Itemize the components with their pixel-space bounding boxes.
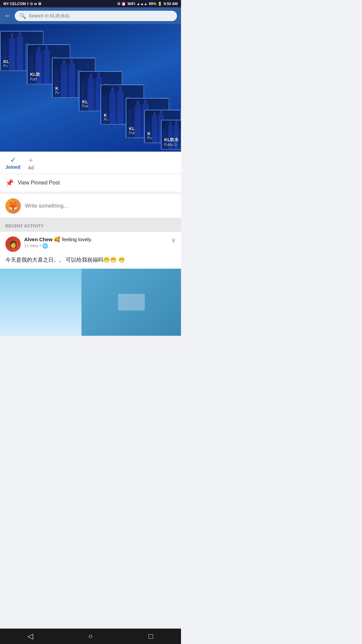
- post-author-avatar: 👩: [5, 236, 21, 252]
- card-7-title: KL吹水: [164, 137, 181, 143]
- post-image-placeholder: [118, 294, 145, 311]
- check-icon: ✓: [10, 156, 16, 164]
- card-2-title: K: [55, 86, 92, 91]
- battery-text: 89%: [149, 2, 156, 6]
- time-text: 9:50 AM: [164, 2, 178, 6]
- header-bar: ← 🔍: [0, 7, 181, 24]
- search-icon: 🔍: [19, 13, 26, 19]
- post-content: 今天是我的大喜之日。。 可以给我祝福吗😁😁 😁: [0, 255, 181, 269]
- add-icon: ＋: [27, 155, 35, 165]
- card-0-subtitle: Pu: [3, 64, 40, 68]
- joined-label: Joined: [5, 164, 20, 170]
- globe-icon: 🌐: [42, 243, 48, 249]
- search-input[interactable]: [29, 13, 172, 18]
- alarm-icon: ⏰: [121, 2, 126, 6]
- carrier-text: MY CELCOM: [3, 2, 26, 6]
- nfc-icon: N: [117, 2, 120, 6]
- card-6-title: K: [147, 131, 178, 136]
- current-user-avatar: 🦊: [5, 198, 21, 214]
- fb-icon: f: [27, 2, 28, 6]
- back-button[interactable]: ←: [4, 11, 11, 20]
- post-text: 今天是我的大喜之日。。 可以给我祝福吗😁😁 😁: [5, 257, 125, 263]
- card-2-subtitle: Pu: [55, 91, 92, 95]
- card-7-subtitle: Public G: [164, 143, 181, 147]
- cascade-container: KL Pu KL吹 Publ K Pu KL Pub K Pu KL Pub K…: [0, 24, 181, 152]
- chrome-icon: ⊙: [30, 2, 33, 6]
- card-4-subtitle: Pu: [104, 118, 141, 121]
- cover-area: KL Pu KL吹 Publ K Pu KL Pub K Pu KL Pub K…: [0, 24, 181, 152]
- pin-icon: 📌: [5, 179, 14, 187]
- status-left: MY CELCOM f ⊙ w ✿: [3, 2, 41, 6]
- card-1-title: KL吹: [30, 71, 67, 77]
- post-author-line: Alven Chew 🥰 feeling lovely.: [24, 236, 168, 243]
- card-0-title: KL: [3, 59, 40, 64]
- post-time-text: 11 mins: [24, 244, 38, 248]
- action-row: ✓ Joined ＋ Ad: [0, 152, 181, 174]
- search-box[interactable]: 🔍: [15, 11, 177, 21]
- card-3-subtitle: Pub: [82, 104, 119, 108]
- card-3-title: KL: [82, 99, 119, 104]
- joined-button[interactable]: ✓ Joined: [5, 156, 20, 170]
- post-meta: Alven Chew 🥰 feeling lovely. 11 mins • 🌐: [24, 236, 168, 249]
- whatsapp-icon: w: [34, 2, 37, 6]
- post-time-separator: •: [40, 244, 41, 248]
- status-bar: MY CELCOM f ⊙ w ✿ N ⏰ WiFi ▲▲▲ 89% 🔋 9:5…: [0, 0, 181, 7]
- misc-icon: ✿: [38, 2, 41, 6]
- card-5-title: KL: [129, 126, 166, 131]
- view-pinned-post-row[interactable]: 📌 View Pinned Post: [0, 174, 181, 194]
- card-1-subtitle: Publ: [30, 77, 67, 81]
- post-feeling-text: feeling lovely.: [62, 236, 92, 242]
- post-image-left: [0, 269, 81, 336]
- recent-activity-label: RECENT ACTIVITY: [5, 224, 44, 228]
- post-author-name: Alven Chew: [24, 236, 53, 242]
- post-card: 👩 Alven Chew 🥰 feeling lovely. 11 mins •…: [0, 232, 181, 336]
- signal-icon: ▲▲▲: [137, 2, 148, 6]
- post-image-right: [81, 269, 181, 336]
- status-right: N ⏰ WiFi ▲▲▲ 89% 🔋 9:50 AM: [117, 2, 178, 6]
- add-label: Ad: [28, 165, 34, 170]
- write-input[interactable]: [25, 203, 176, 209]
- recent-activity-header: RECENT ACTIVITY: [0, 220, 181, 232]
- write-bar: 🦊: [0, 194, 181, 220]
- post-expand-chevron[interactable]: ∨: [171, 236, 176, 244]
- add-button[interactable]: ＋ Ad: [27, 155, 35, 170]
- battery-icon: 🔋: [158, 2, 162, 6]
- post-time-row: 11 mins • 🌐: [24, 243, 168, 249]
- post-image: [0, 269, 181, 336]
- pinned-post-label: View Pinned Post: [18, 180, 60, 186]
- wifi-icon: WiFi: [127, 2, 135, 6]
- post-feeling-emoji: 🥰: [54, 236, 60, 242]
- card-4-title: K: [104, 113, 141, 118]
- post-header: 👩 Alven Chew 🥰 feeling lovely. 11 mins •…: [0, 232, 181, 255]
